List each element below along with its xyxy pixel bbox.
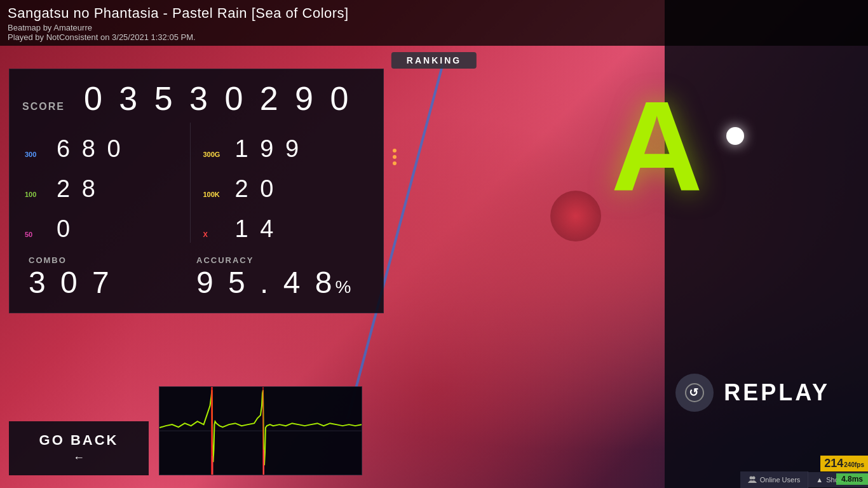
combo-label: COMBO — [29, 255, 196, 265]
replay-icon: ↺ — [675, 374, 714, 412]
score-panel: SCORE 0 3 5 3 0 2 9 0 300 6 8 0 100 2 8 … — [9, 69, 384, 313]
svg-point-9 — [752, 477, 755, 480]
hit-100-value: 2 8 — [57, 175, 190, 203]
hit-100k-label: 100K — [203, 191, 235, 198]
hit-50-label: 50 — [25, 231, 57, 238]
hit-x-label: X — [203, 231, 235, 238]
score-value: 0 3 5 3 0 2 9 0 — [84, 79, 353, 118]
fps-value: 214 — [824, 457, 843, 470]
hit-50-value: 0 — [57, 215, 190, 243]
hit-300g-value: 1 9 9 — [235, 135, 369, 163]
hit-graph — [159, 386, 362, 475]
svg-rect-7 — [263, 450, 264, 475]
accuracy-value: 9 5 . 4 8% — [196, 265, 364, 300]
beatmap-info: Beatmap by Amateurre Played by NotConsis… — [8, 23, 860, 42]
latency-counter: 4.8ms — [836, 473, 868, 485]
beatmap-line: Beatmap by Amateurre — [8, 23, 92, 32]
go-back-arrow-icon: ← — [73, 451, 85, 464]
accuracy-label: ACCURACY — [196, 255, 364, 265]
combo-value: 3 0 7 — [29, 265, 196, 300]
hit-300-value: 6 8 0 — [57, 135, 190, 163]
fps-counter: 214 240fps — [820, 456, 868, 471]
online-users-label: Online Users — [760, 476, 801, 484]
right-panel — [665, 0, 868, 488]
hit-x-value: 1 4 — [235, 215, 369, 243]
go-back-button[interactable]: GO BACK ← — [9, 421, 149, 475]
chat-chevron-icon: ▲ — [816, 476, 823, 484]
hit-300-label: 300 — [25, 151, 57, 158]
header: Sangatsu no Phantasia - Pastel Rain [Sea… — [0, 0, 868, 46]
song-title: Sangatsu no Phantasia - Pastel Rain [Sea… — [8, 5, 860, 22]
hit-300g-label: 300G — [203, 151, 235, 158]
replay-label: REPLAY — [724, 379, 830, 406]
grade-display: A — [611, 83, 703, 210]
score-label: SCORE — [22, 101, 65, 112]
go-back-label: GO BACK — [39, 432, 119, 449]
fps-max: 240fps — [844, 461, 864, 468]
replay-button[interactable]: ↺ REPLAY — [675, 374, 830, 412]
hit-100k-value: 2 0 — [235, 175, 369, 203]
svg-rect-6 — [212, 456, 213, 475]
hit-100-label: 100 — [25, 191, 57, 198]
users-icon — [748, 475, 757, 484]
played-line: Played by NotConsistent on 3/25/2021 1:3… — [8, 32, 196, 42]
online-users-button[interactable]: Online Users — [740, 471, 809, 488]
grade-dot-decoration — [726, 127, 744, 145]
dots-decoration — [393, 146, 397, 168]
red-circle-decoration — [550, 191, 601, 241]
svg-text:↺: ↺ — [689, 386, 701, 399]
ranking-badge: RANKING — [391, 52, 477, 69]
